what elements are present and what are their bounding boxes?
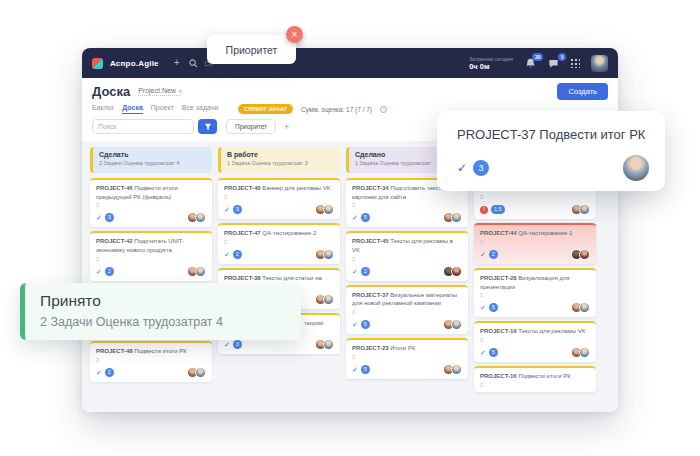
- user-avatar[interactable]: [591, 55, 608, 72]
- card-title: PROJECT-45 Тексты для рекламы в VK: [352, 237, 462, 254]
- avatar-group: [571, 302, 590, 313]
- card-list: ≡ ! 1.5 PROJECT-44 QA-тестирование 1 ≡ ✓…: [474, 178, 596, 392]
- apps-grid-icon[interactable]: [570, 58, 580, 68]
- card-title-text: Тексты для статьи на: [261, 275, 322, 281]
- check-icon: ✓: [480, 349, 486, 356]
- sprint-status-badge: СПРИНТ НАЧАТ: [238, 104, 293, 114]
- avatar: [451, 266, 462, 277]
- avatar: [195, 367, 206, 378]
- info-icon[interactable]: i: [380, 106, 387, 113]
- avatar-group: [315, 249, 334, 260]
- close-icon[interactable]: ×: [286, 26, 303, 43]
- task-card[interactable]: PROJECT-46 Подвести итоги предыдущей РК …: [90, 178, 212, 227]
- card-title: PROJECT-23 Итоги РК: [352, 344, 462, 353]
- task-card[interactable]: PROJECT-45 Тексты для рекламы в VK ≡ ✓ 2: [346, 231, 468, 280]
- task-card[interactable]: PROJECT-44 QA-тестирование 1 ≡ ✓ 2: [474, 223, 596, 264]
- card-footer: ✓ 3: [224, 339, 334, 350]
- card-code: PROJECT-42: [96, 238, 133, 244]
- card-title-text: QA-тестирование 2: [261, 230, 317, 236]
- messages-count-badge: 5: [558, 53, 566, 61]
- time-tracker-value: 0ч 0м: [469, 62, 513, 71]
- card-footer: ✓ 2: [224, 249, 334, 260]
- card-title-text: теории: [304, 320, 323, 326]
- card-footer: ✓ 5: [480, 302, 590, 313]
- card-title: PROJECT-19 Тексты для рекламы VK: [480, 327, 590, 336]
- task-card[interactable]: PROJECT-42 Подсчитать UNIT-экономику нов…: [90, 231, 212, 280]
- description-icon: ≡: [224, 194, 334, 200]
- priority-filter-chip[interactable]: Приоритет: [226, 119, 276, 134]
- card-title: PROJECT-42 Подсчитать UNIT-экономику нов…: [96, 237, 206, 254]
- check-icon: ✓: [96, 268, 102, 275]
- card-title-text: Тексты для рекламы VK: [517, 328, 586, 334]
- task-card[interactable]: PROJECT-19 Тексты для рекламы VK ≡ ✓ 5: [474, 321, 596, 362]
- card-code: PROJECT-34: [352, 185, 389, 191]
- avatar: [323, 339, 334, 350]
- card-code: PROJECT-44: [480, 230, 517, 236]
- avatar: [323, 204, 334, 215]
- create-button[interactable]: Создать: [557, 83, 608, 100]
- description-icon: ≡: [352, 354, 462, 360]
- avatar: [579, 204, 590, 215]
- check-icon: ✓: [480, 304, 486, 311]
- avatar: [451, 212, 462, 223]
- add-icon[interactable]: +: [174, 58, 180, 68]
- card-title-text: Подвести итоги РК: [517, 373, 571, 379]
- description-icon: ≡: [480, 292, 590, 298]
- filter-button[interactable]: [198, 119, 217, 134]
- column-header[interactable]: Сделать 2 Задачи Оценка трудозатрат 4: [90, 147, 212, 173]
- check-icon: ✓: [457, 161, 467, 175]
- avatar: [623, 155, 649, 181]
- description-icon: ≡: [480, 382, 590, 388]
- column-header[interactable]: В работе 1 Задача Оценка трудозатрат 3: [218, 147, 340, 173]
- add-filter-icon[interactable]: +: [284, 122, 289, 132]
- page-title: Доска: [92, 84, 130, 99]
- check-icon: ✓: [224, 206, 230, 213]
- card-code: PROJECT-37: [352, 292, 389, 298]
- tab-Баклог[interactable]: Баклог: [92, 104, 114, 114]
- task-card[interactable]: PROJECT-16 Подвести итоги РК ≡: [474, 366, 596, 392]
- column-meta: 1 Задача Оценка трудозатрат 3: [227, 160, 334, 166]
- card-title: PROJECT-47 QA-тестирование 2: [224, 229, 334, 238]
- check-icon: ✓: [352, 321, 358, 328]
- card-title: PROJECT-46 Подвести итоги предыдущей РК …: [96, 184, 206, 201]
- check-icon: ✓: [352, 214, 358, 221]
- task-card[interactable]: PROJECT-37 Визуальные материалы для ново…: [346, 285, 468, 334]
- card-footer: ✓ 5: [352, 319, 462, 330]
- task-card[interactable]: PROJECT-28 Визуализация для презентации …: [474, 268, 596, 317]
- notifications-bell-icon[interactable]: 20: [524, 57, 536, 69]
- card-title: PROJECT-48 Подвести итоги РК: [96, 347, 206, 356]
- avatar-group: [187, 212, 206, 223]
- page: Аспро.Agile + Сп Затрачено сегодня 0ч 0м…: [0, 0, 700, 456]
- check-icon: ✓: [96, 369, 102, 376]
- estimate-badge: 2: [489, 250, 498, 259]
- search-input[interactable]: [98, 123, 188, 130]
- card-footer: ✓ 5: [480, 347, 590, 358]
- search-icon[interactable]: [189, 59, 198, 68]
- estimate-badge: 5: [489, 303, 498, 312]
- task-card[interactable]: PROJECT-47 QA-тестирование 2 ≡ ✓ 2: [218, 223, 340, 264]
- description-icon: ≡: [352, 309, 462, 315]
- task-card-callout[interactable]: PROJECT-37 Подвести итог РК ✓ 3: [437, 111, 665, 191]
- task-card[interactable]: PROJECT-40 Баннер для рекламы VK ≡ ✓ 3: [218, 178, 340, 219]
- messages-icon[interactable]: 5: [547, 57, 559, 69]
- card-title: PROJECT-44 QA-тестирование 1: [480, 229, 590, 238]
- card-footer: ! 1.5: [480, 204, 590, 215]
- tab-Все задачи[interactable]: Все задачи: [182, 104, 219, 114]
- card-title: PROJECT-37 Визуальные материалы для ново…: [352, 291, 462, 308]
- accepted-column-meta: 2 Задачи Оценка трудозатрат 4: [40, 315, 301, 329]
- estimate-badge: 3: [105, 213, 114, 222]
- avatar-group: [315, 204, 334, 215]
- avatar-group: [571, 204, 590, 215]
- accepted-column-title: Принято: [40, 292, 301, 310]
- project-select[interactable]: Project.New ▾: [138, 87, 181, 96]
- check-icon: ✓: [224, 251, 230, 258]
- tab-Проект[interactable]: Проект: [151, 104, 174, 114]
- task-card[interactable]: PROJECT-48 Подвести итоги РК ≡ ✓ 2: [90, 341, 212, 382]
- tab-Доска[interactable]: Доска: [122, 104, 143, 114]
- avatar-group: [571, 347, 590, 358]
- check-icon: ✓: [352, 268, 358, 275]
- task-card[interactable]: PROJECT-23 Итоги РК ≡ ✓ 5: [346, 338, 468, 379]
- description-icon: ≡: [352, 256, 462, 262]
- card-footer: ✓ 5: [352, 364, 462, 375]
- column-title: Сделать: [99, 151, 206, 158]
